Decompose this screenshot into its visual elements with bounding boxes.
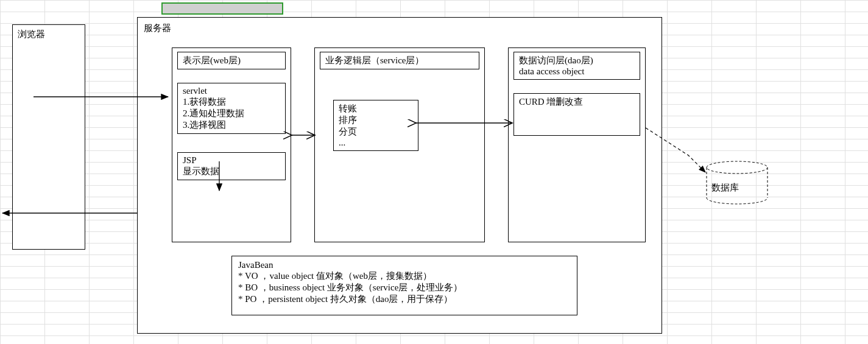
dao-layer-box: 数据访问层(dao层) data access object CURD 增删改查	[508, 47, 646, 242]
browser-box: 浏览器	[12, 24, 85, 250]
service-ops-box: 转账 排序 分页 ...	[333, 100, 418, 151]
dao-layer-title: 数据访问层(dao层) data access object	[519, 55, 635, 77]
service-layer-title-box: 业务逻辑层（service层）	[320, 52, 479, 69]
servlet-text: servlet 1.获得数据 2.通知处理数据 3.选择视图	[183, 86, 280, 131]
dao-curd-box: CURD 增删改查	[513, 93, 640, 136]
selected-cell	[161, 2, 283, 15]
web-layer-box: 表示层(web层) servlet 1.获得数据 2.通知处理数据 3.选择视图…	[172, 47, 291, 242]
web-layer-title-box: 表示层(web层)	[177, 52, 286, 69]
dao-curd-text: CURD 增删改查	[519, 97, 583, 107]
servlet-box: servlet 1.获得数据 2.通知处理数据 3.选择视图	[177, 83, 286, 134]
database-label: 数据库	[711, 182, 739, 194]
web-layer-title: 表示层(web层)	[183, 55, 241, 65]
browser-title: 浏览器	[18, 29, 45, 39]
jsp-text: JSP 显示数据	[183, 155, 280, 177]
javabean-box: JavaBean * VO ，value object 值对象（web层，搜集数…	[231, 256, 577, 315]
dao-layer-title-box: 数据访问层(dao层) data access object	[513, 52, 640, 80]
service-layer-title: 业务逻辑层（service层）	[325, 55, 424, 65]
service-ops-text: 转账 排序 分页 ...	[339, 103, 413, 148]
service-layer-box: 业务逻辑层（service层） 转账 排序 分页 ...	[314, 47, 485, 242]
javabean-text: JavaBean * VO ，value object 值对象（web层，搜集数…	[238, 260, 571, 305]
jsp-box: JSP 显示数据	[177, 152, 286, 180]
svg-point-0	[707, 161, 767, 174]
server-title: 服务器	[144, 23, 171, 33]
